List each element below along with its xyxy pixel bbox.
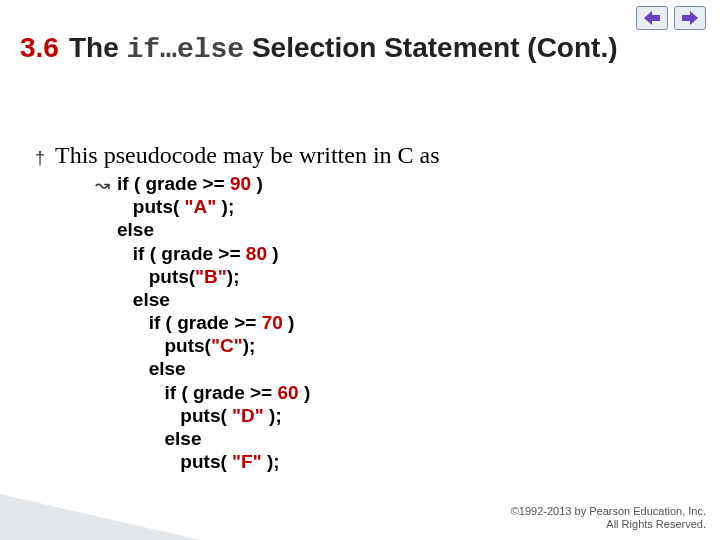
code-text: puts(	[117, 266, 195, 287]
code-text: );	[216, 196, 234, 217]
footer-line1: ©1992-2013 by Pearson Education, Inc.	[511, 505, 706, 519]
code-literal: "C"	[211, 335, 243, 356]
code-text: )	[267, 243, 279, 264]
code-text: if ( grade >=	[117, 382, 278, 403]
code-text: )	[283, 312, 295, 333]
next-slide-button[interactable]	[674, 6, 706, 30]
code-literal: "A"	[185, 196, 217, 217]
code-text: else	[117, 289, 170, 310]
nav-arrows	[636, 6, 706, 30]
heading-post: Selection Statement (Cont.)	[244, 32, 617, 63]
code-text: );	[264, 405, 282, 426]
code-text: puts(	[117, 451, 232, 472]
code-literal: "F"	[232, 451, 262, 472]
footer-line2: All Rights Reserved.	[511, 518, 706, 532]
decorative-triangle	[0, 494, 200, 540]
code-text: else	[117, 428, 202, 449]
code-text: );	[227, 266, 240, 287]
code-literal: 90	[230, 173, 251, 194]
intro-text: This pseudocode may be written in C as	[55, 142, 440, 169]
code-literal: 80	[246, 243, 267, 264]
code-block: if ( grade >= 90 ) puts( "A" ); else if …	[117, 172, 310, 473]
code-text: if ( grade >=	[117, 173, 230, 194]
slide-heading: 3.6The if…else Selection Statement (Cont…	[20, 30, 700, 67]
code-text: )	[251, 173, 263, 194]
prev-slide-button[interactable]	[636, 6, 668, 30]
bullet-icon: †	[35, 148, 45, 169]
heading-pre: The	[69, 32, 127, 63]
svg-marker-1	[682, 11, 698, 25]
code-text: )	[299, 382, 311, 403]
heading-code: if…else	[127, 34, 245, 65]
svg-marker-0	[644, 11, 660, 25]
code-literal: 60	[278, 382, 299, 403]
copyright-footer: ©1992-2013 by Pearson Education, Inc. Al…	[511, 505, 706, 533]
code-text: if ( grade >=	[117, 312, 262, 333]
code-text: if ( grade >=	[117, 243, 246, 264]
code-text: puts(	[117, 405, 232, 426]
code-literal: 70	[262, 312, 283, 333]
code-text: else	[117, 358, 186, 379]
code-literal: "D"	[232, 405, 264, 426]
sub-bullet-icon: ↝	[95, 174, 110, 196]
code-literal: "B"	[195, 266, 227, 287]
code-text: );	[243, 335, 256, 356]
section-number: 3.6	[20, 32, 59, 63]
arrow-right-icon	[682, 11, 698, 25]
arrow-left-icon	[644, 11, 660, 25]
code-text: puts(	[117, 196, 185, 217]
code-text: );	[262, 451, 280, 472]
code-text: puts(	[117, 335, 211, 356]
code-text: else	[117, 219, 154, 240]
